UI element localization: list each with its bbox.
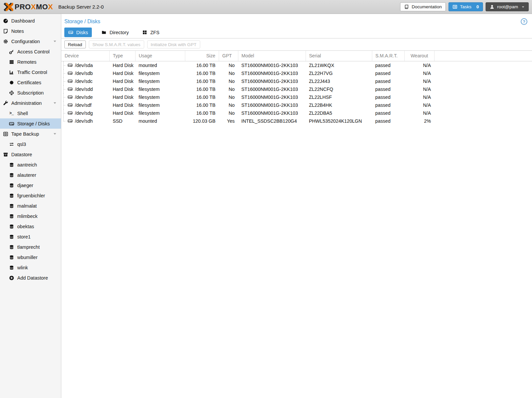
cell-size: 120.03 GB — [185, 117, 219, 125]
column-header-s-m-a-r-t[interactable]: S.M.A.R.T. — [372, 51, 404, 61]
sidebar-item-wbumiller[interactable]: wbumiller — [0, 252, 61, 262]
column-header-filler — [434, 51, 532, 61]
tab-zfs[interactable]: ZFS — [138, 28, 163, 37]
cell-serial: ZL22H7VG — [306, 69, 372, 77]
tab-directory[interactable]: Directory — [97, 28, 133, 37]
tasks-button[interactable]: Tasks 0 — [448, 2, 483, 11]
sidebar-item-label: mlimbeck — [17, 214, 37, 219]
reload-button[interactable]: Reload — [64, 40, 86, 48]
sidebar-item-fgruenbichler[interactable]: fgruenbichler — [0, 190, 61, 201]
cell-smart: passed — [372, 85, 404, 93]
sidebar-item-subscription[interactable]: Subscription — [0, 88, 61, 98]
cell-model: ST16000NM001G-2KK103 — [238, 101, 306, 109]
sidebar-item-obektas[interactable]: obektas — [0, 221, 61, 232]
sidebar-item-qsl3[interactable]: qsl3 — [0, 139, 61, 149]
cell-serial: ZL22DBA5 — [306, 109, 372, 117]
table-row[interactable]: /dev/sddHard Diskfilesystem16.00 TBNoST1… — [61, 85, 532, 93]
toolbar: Reload Show S.M.A.R.T. values Initialize… — [61, 38, 532, 51]
cell-smart: passed — [372, 77, 404, 85]
sidebar-item-storage-disks[interactable]: Storage / Disks — [0, 118, 61, 129]
tab-bar: DisksDirectoryZFS — [61, 27, 532, 38]
sidebar-item-label: qsl3 — [17, 142, 26, 147]
device-name: /dev/sdf — [75, 102, 91, 108]
sidebar-item-add-datastore[interactable]: Add Datastore — [0, 273, 61, 283]
sidebar-item-label: Access Control — [17, 49, 50, 54]
sidebar-item-shell[interactable]: >_Shell — [0, 108, 61, 118]
cell-wearout: 2% — [404, 117, 434, 125]
sidebar-item-access-control[interactable]: Access Control — [0, 46, 61, 57]
sidebar-item-notes[interactable]: Notes — [0, 26, 61, 36]
sidebar-item-label: Shell — [17, 111, 28, 116]
sidebar-item-label: Notes — [11, 29, 24, 34]
cell-smart: passed — [372, 101, 404, 109]
cell-size: 16.00 TB — [185, 69, 219, 77]
sidebar-item-administration[interactable]: Administration — [0, 98, 61, 108]
sidebar: DashboardNotesConfigurationAccess Contro… — [0, 14, 61, 398]
cell-model: INTEL_SSDSC2BB120G4 — [238, 117, 306, 125]
tab-label: Directory — [109, 30, 129, 35]
user-menu-button[interactable]: root@pam — [486, 2, 529, 11]
help-icon[interactable]: ? — [521, 18, 527, 25]
cell-device: /dev/sde — [61, 93, 109, 101]
column-header-type[interactable]: Type — [109, 51, 135, 61]
plus-icon — [9, 275, 14, 281]
documentation-button[interactable]: Documentation — [400, 2, 446, 11]
table-row[interactable]: /dev/sdbHard Diskfilesystem16.00 TBNoST1… — [61, 69, 532, 77]
sidebar-item-datastore[interactable]: Datastore — [0, 149, 61, 160]
tab-disks[interactable]: Disks — [64, 28, 92, 37]
collapse-caret-icon[interactable] — [53, 101, 57, 105]
cell-usage: filesystem — [135, 101, 185, 109]
sidebar-item-dashboard[interactable]: Dashboard — [0, 16, 61, 26]
sidebar-item-wlink[interactable]: wlink — [0, 262, 61, 273]
cell-type: Hard Disk — [109, 85, 135, 93]
sidebar-item-tlamprecht[interactable]: tlamprecht — [0, 242, 61, 252]
cell-type: Hard Disk — [109, 69, 135, 77]
column-header-size[interactable]: Size — [185, 51, 219, 61]
sidebar-item-traffic-control[interactable]: Traffic Control — [0, 67, 61, 77]
initialize-gpt-button[interactable]: Initialize Disk with GPT — [147, 40, 200, 48]
hdd-icon — [68, 30, 73, 35]
main-layout: DashboardNotesConfigurationAccess Contro… — [0, 14, 532, 398]
sidebar-item-djaeger[interactable]: djaeger — [0, 180, 61, 190]
database-icon — [9, 162, 14, 167]
table-row[interactable]: /dev/sdaHard Diskmounted16.00 TBNoST1600… — [61, 61, 532, 69]
column-header-serial[interactable]: Serial — [306, 51, 372, 61]
column-header-device[interactable]: Device — [61, 51, 109, 61]
collapse-caret-icon[interactable] — [53, 132, 57, 136]
sidebar-item-certificates[interactable]: Certificates — [0, 77, 61, 88]
tree-elbow — [63, 117, 66, 121]
show-smart-values-button[interactable]: Show S.M.A.R.T. values — [89, 40, 144, 48]
table-row[interactable]: /dev/sdgHard Diskfilesystem16.00 TBNoST1… — [61, 109, 532, 117]
column-header-gpt[interactable]: GPT — [219, 51, 238, 61]
column-header-model[interactable]: Model — [238, 51, 306, 61]
seal-icon — [9, 80, 14, 85]
cell-gpt: No — [219, 85, 238, 93]
sidebar-item-aantreich[interactable]: aantreich — [0, 160, 61, 170]
table-row[interactable]: /dev/sdcHard Diskfilesystem16.00 TBNoST1… — [61, 77, 532, 85]
sidebar-item-alauterer[interactable]: alauterer — [0, 170, 61, 180]
cell-smart: passed — [372, 109, 404, 117]
column-header-wearout[interactable]: Wearout — [404, 51, 434, 61]
sidebar-item-remotes[interactable]: Remotes — [0, 57, 61, 67]
table-row[interactable]: /dev/sdeHard Diskfilesystem16.00 TBNoST1… — [61, 93, 532, 101]
cell-type: Hard Disk — [109, 101, 135, 109]
proxmox-wordmark: PROXMOX — [15, 3, 53, 11]
cell-usage: mounted — [135, 117, 185, 125]
column-header-usage[interactable]: Usage — [135, 51, 185, 61]
sidebar-item-label: aantreich — [17, 162, 37, 167]
sidebar-item-mlimbeck[interactable]: mlimbeck — [0, 211, 61, 221]
sidebar-item-malmalat[interactable]: malmalat — [0, 201, 61, 211]
table-row[interactable]: /dev/sdhSSDmounted120.03 GBYesINTEL_SSDS… — [61, 117, 532, 125]
sidebar-item-tape-backup[interactable]: Tape Backup — [0, 129, 61, 139]
table-row[interactable]: /dev/sdfHard Diskfilesystem16.00 TBNoST1… — [61, 101, 532, 109]
tab-label: ZFS — [150, 30, 159, 35]
sidebar-item-configuration[interactable]: Configuration — [0, 36, 61, 46]
tab-label: Disks — [76, 30, 88, 35]
sidebar-item-store1[interactable]: store1 — [0, 232, 61, 242]
device-name: /dev/sdd — [75, 87, 93, 92]
collapse-caret-icon[interactable] — [53, 39, 57, 43]
cell-size: 16.00 TB — [185, 61, 219, 69]
hdd-icon — [68, 95, 73, 100]
sidebar-item-label: Traffic Control — [17, 70, 47, 75]
cell-filler — [434, 109, 532, 117]
